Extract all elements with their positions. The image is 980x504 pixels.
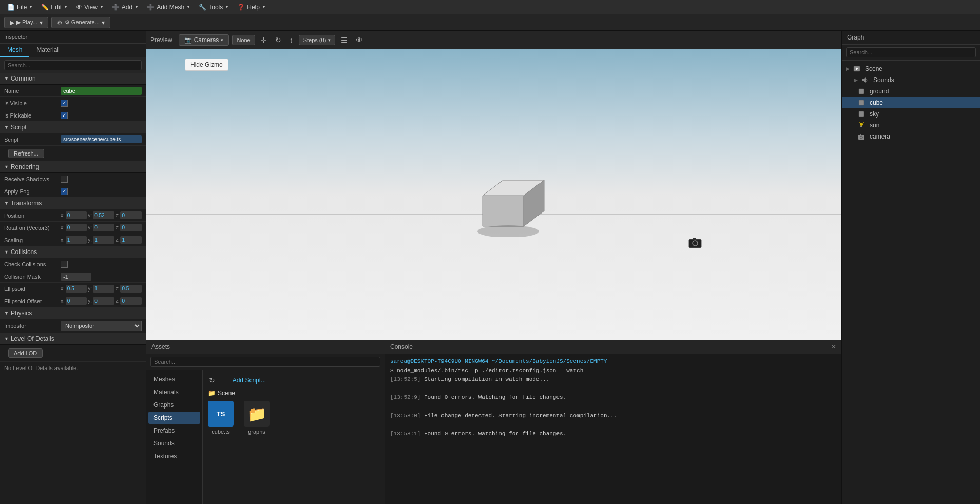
is-pickable-checkbox[interactable] [61, 112, 68, 119]
graph-search-input[interactable] [846, 47, 976, 57]
menu-icon-button[interactable]: ☰ [338, 34, 350, 46]
tree-item-scene[interactable]: ▶ Scene [842, 63, 980, 74]
scene-icon [853, 65, 860, 72]
assets-sidebar: Meshes Materials Graphs Scripts [146, 370, 203, 504]
tree-item-camera[interactable]: camera [842, 131, 980, 142]
ellipsoid-offset-x-input[interactable] [66, 297, 87, 305]
collision-mask-input[interactable] [61, 273, 91, 281]
generate-icon: ⚙ [57, 19, 63, 26]
tab-mesh[interactable]: Mesh [0, 44, 29, 57]
assets-sidebar-sounds[interactable]: Sounds [148, 437, 200, 450]
section-collisions[interactable]: ▼ Collisions [0, 246, 146, 258]
tree-item-sky[interactable]: sky [842, 108, 980, 120]
rot-y-input[interactable] [93, 224, 114, 231]
assets-sidebar-textures[interactable]: Textures [148, 450, 200, 462]
asset-graphs-folder[interactable]: 📁 graphs [244, 401, 270, 435]
rot-z-input[interactable] [120, 224, 142, 231]
tools-caret: ▾ [226, 5, 228, 9]
scale-z-input[interactable] [120, 236, 142, 244]
preview-toolbar: Preview 📷 Cameras ▾ None ✛ ↻ ↕ Steps (0)… [146, 31, 841, 49]
prop-impostor: Impostor NoImpostor [0, 319, 146, 333]
tree-item-sun[interactable]: sun [842, 120, 980, 131]
console-panel: Console ✕ sarea@DESKTOP-T94C9U0 MINGW64 … [385, 340, 841, 504]
tree-item-ground[interactable]: ground [842, 86, 980, 97]
assets-sidebar-graphs[interactable]: Graphs [148, 399, 200, 411]
menu-view[interactable]: 👁 View ▾ [72, 3, 107, 12]
tree-item-sounds[interactable]: ▶ Sounds [842, 74, 980, 86]
add-lod-button[interactable]: Add LOD [8, 348, 43, 358]
tree-caret-sounds: ▶ [854, 77, 858, 83]
assets-refresh-button[interactable]: ↻ [208, 375, 216, 385]
scale-y-input[interactable] [93, 236, 114, 244]
rotate-gizmo-button[interactable]: ↻ [273, 34, 284, 46]
play-caret: ▾ [40, 19, 43, 26]
assets-sidebar-scripts[interactable]: Scripts [148, 412, 200, 424]
menu-add[interactable]: ➕ Add ▾ [108, 3, 142, 12]
prop-is-visible: Is Visible [0, 97, 146, 109]
tab-material[interactable]: Material [29, 44, 66, 57]
tree-label-ground: ground [870, 88, 889, 95]
cameras-button[interactable]: 📷 Cameras ▾ [179, 34, 229, 46]
menu-add-mesh[interactable]: ➕ Add Mesh ▾ [143, 3, 194, 12]
section-rendering[interactable]: ▼ Rendering [0, 161, 146, 173]
assets-sidebar-prefabs[interactable]: Prefabs [148, 424, 200, 437]
ellipsoid-x-input[interactable] [66, 285, 87, 293]
section-common[interactable]: ▼ Common [0, 73, 146, 85]
playbar: ▶ ▶ Play... ▾ ⚙ ⚙ Generate... ▾ [0, 14, 980, 31]
steps-button[interactable]: Steps (0) ▾ [299, 35, 336, 45]
pos-z-input[interactable] [120, 211, 142, 219]
assets-search-input[interactable] [150, 357, 380, 367]
play-button[interactable]: ▶ ▶ Play... ▾ [4, 17, 48, 28]
apply-fog-checkbox[interactable] [61, 188, 68, 195]
scale-gizmo-button[interactable]: ↕ [287, 34, 296, 46]
sun-icon [858, 122, 865, 129]
name-input[interactable] [61, 87, 142, 95]
section-transforms[interactable]: ▼ Transforms [0, 198, 146, 209]
add-script-button[interactable]: + + Add Script... [220, 376, 268, 385]
impostor-select[interactable]: NoImpostor [61, 321, 142, 331]
pos-y-input[interactable] [93, 211, 114, 219]
console-line: $ node_modules/.bin/tsc -p ./editor.tsco… [390, 366, 836, 376]
none-button[interactable]: None [232, 35, 255, 45]
prop-is-pickable: Is Pickable [0, 109, 146, 122]
section-lod[interactable]: ▼ Level Of Details [0, 333, 146, 345]
svg-line-15 [863, 122, 864, 123]
tree-item-cube[interactable]: cube [842, 97, 980, 108]
console-line [390, 438, 836, 448]
move-gizmo-button[interactable]: ✛ [258, 34, 270, 46]
rot-x-input[interactable] [66, 224, 87, 231]
receive-shadows-checkbox[interactable] [61, 176, 68, 183]
generate-button[interactable]: ⚙ ⚙ Generate... ▾ [51, 17, 110, 28]
section-physics[interactable]: ▼ Physics [0, 307, 146, 319]
svg-point-13 [860, 123, 863, 126]
console-line [390, 483, 836, 493]
ellipsoid-offset-z-input[interactable] [120, 297, 142, 305]
inspector-panel: Inspector Mesh Material ▼ Common Name Is… [0, 31, 146, 504]
inspector-tabs: Mesh Material [0, 44, 146, 57]
eye-icon-button[interactable]: 👁 [353, 34, 366, 46]
section-script[interactable]: ▼ Script [0, 122, 146, 133]
menu-tools[interactable]: 🔧 Tools ▾ [195, 3, 232, 12]
script-input[interactable] [61, 135, 142, 143]
refresh-button[interactable]: Refresh... [8, 149, 44, 158]
assets-sidebar-materials[interactable]: Materials [148, 386, 200, 398]
ellipsoid-offset-y-input[interactable] [93, 297, 114, 305]
menu-help[interactable]: ❓ Help ▾ [233, 3, 269, 12]
menubar: 📄 File ▾ ✏️ Edit ▾ 👁 View ▾ ➕ Add ▾ ➕ Ad… [0, 0, 980, 14]
is-visible-checkbox[interactable] [61, 100, 68, 107]
asset-cube-ts[interactable]: TS cube.ts [208, 401, 234, 435]
ellipsoid-z-input[interactable] [120, 285, 142, 293]
check-collisions-checkbox[interactable] [61, 261, 68, 268]
camera-overlay-icon [688, 236, 702, 253]
console-close-icon[interactable]: ✕ [831, 343, 836, 351]
help-icon: ❓ [237, 4, 245, 11]
assets-sidebar-meshes[interactable]: Meshes [148, 373, 200, 385]
tree-label-sounds: Sounds [873, 76, 894, 84]
menu-edit[interactable]: ✏️ Edit ▾ [37, 3, 71, 12]
pos-x-input[interactable] [66, 211, 87, 219]
menu-file[interactable]: 📄 File ▾ [3, 3, 36, 12]
scale-x-input[interactable] [66, 236, 87, 244]
inspector-search-input[interactable] [4, 60, 142, 70]
ellipsoid-y-input[interactable] [93, 285, 114, 293]
preview-viewport[interactable]: Hide Gizmo [146, 49, 841, 340]
